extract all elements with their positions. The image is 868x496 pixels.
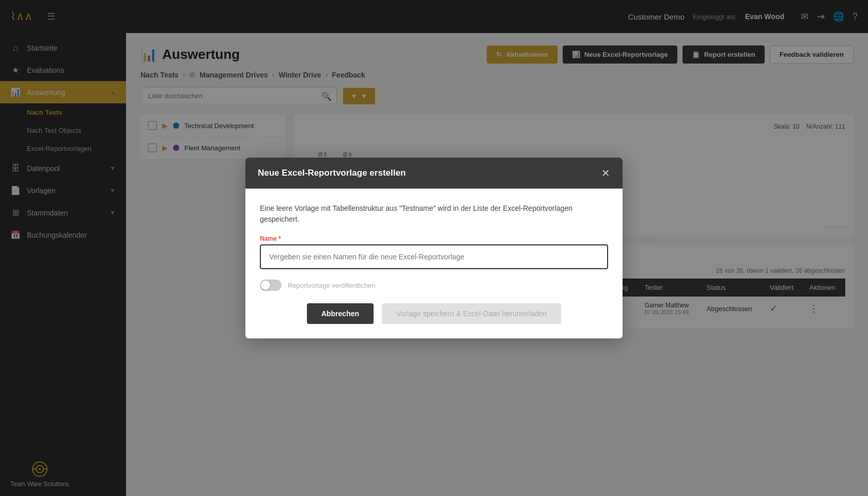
modal-cancel-button[interactable]: Abbrechen [307,303,374,324]
modal-dialog: Neue Excel-Reportvorlage erstellen ✕ Ein… [245,158,623,338]
modal-name-input[interactable] [261,245,607,268]
modal-close-button[interactable]: ✕ [601,167,610,179]
publish-toggle[interactable] [260,280,282,291]
required-asterisk: * [278,235,281,242]
modal-body: Eine leere Vorlage mit Tabellenstruktur … [245,189,623,338]
toggle-knob [261,281,270,290]
modal-description: Eine leere Vorlage mit Tabellenstruktur … [260,203,608,225]
modal-field-label: Name * [260,235,608,242]
toggle-label: Reportvorlage veröffentlichen [288,282,376,289]
modal-toggle-row: Reportvorlage veröffentlichen [260,280,608,291]
modal-title: Neue Excel-Reportvorlage erstellen [258,168,406,178]
modal-name-field: Name * [260,235,608,269]
modal-input-wrap [260,244,608,269]
modal-header: Neue Excel-Reportvorlage erstellen ✕ [245,158,623,189]
modal-footer: Abbrechen Vorlage speichern & Excel-Date… [260,303,608,328]
modal-overlay[interactable]: Neue Excel-Reportvorlage erstellen ✕ Ein… [0,0,868,496]
modal-save-button[interactable]: Vorlage speichern & Excel-Datei herunter… [382,303,561,324]
